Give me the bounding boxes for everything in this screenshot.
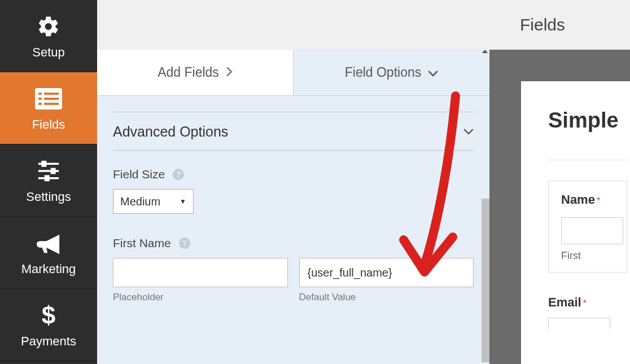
field-size-select[interactable]: Medium ▼ bbox=[113, 189, 194, 214]
right-header-title: Fields bbox=[520, 15, 565, 34]
sidebar-label: Setup bbox=[32, 45, 65, 60]
svg-rect-4 bbox=[44, 98, 59, 100]
svg-rect-10 bbox=[51, 168, 56, 174]
name-label: Name bbox=[561, 192, 595, 207]
list-icon bbox=[35, 85, 62, 113]
field-options-panel: Advanced Options Field Size ? Medium ▼ F… bbox=[97, 96, 489, 364]
svg-rect-12 bbox=[45, 175, 50, 181]
email-label: Email bbox=[548, 295, 581, 309]
scroll-up-icon[interactable] bbox=[482, 50, 488, 53]
sidebar-label: Marketing bbox=[21, 262, 76, 277]
tab-label: Add Fields bbox=[158, 65, 219, 80]
tabs: Add Fields Field Options bbox=[97, 50, 489, 96]
required-asterisk: * bbox=[583, 299, 587, 308]
required-asterisk: * bbox=[597, 196, 600, 205]
chevron-right-icon bbox=[226, 65, 233, 80]
advanced-options-title: Advanced Options bbox=[113, 124, 228, 140]
center-panel: Add Fields Field Options Advanced Option… bbox=[97, 0, 489, 364]
right-panel: Fields Simple Name* First Email* bbox=[489, 0, 630, 364]
tab-add-fields[interactable]: Add Fields bbox=[97, 50, 294, 95]
tab-label: Field Options bbox=[345, 65, 422, 80]
sliders-icon bbox=[36, 157, 61, 185]
field-size-label: Field Size bbox=[113, 168, 165, 181]
form-card: Simple Name* First Email* bbox=[521, 81, 630, 364]
help-icon[interactable]: ? bbox=[173, 169, 184, 180]
dollar-icon: $ bbox=[41, 301, 56, 330]
first-name-label: First Name bbox=[113, 236, 171, 250]
select-value: Medium bbox=[120, 195, 180, 208]
scrollbar-thumb[interactable] bbox=[482, 199, 489, 362]
sidebar-item-payments[interactable]: $ Payments bbox=[0, 289, 97, 361]
sidebar-item-setup[interactable]: Setup bbox=[0, 0, 97, 72]
svg-rect-6 bbox=[44, 103, 59, 105]
chevron-down-icon bbox=[463, 127, 474, 137]
sidebar: Setup Fields Settings Marketing $ Paymen… bbox=[0, 0, 97, 364]
right-header: Fields bbox=[489, 0, 630, 50]
form-title: Simple bbox=[548, 108, 630, 133]
svg-rect-2 bbox=[44, 93, 59, 95]
sidebar-label: Fields bbox=[32, 117, 65, 132]
placeholder-input[interactable] bbox=[113, 258, 288, 287]
svg-rect-5 bbox=[38, 103, 42, 105]
form-preview: Simple Name* First Email* bbox=[489, 50, 630, 364]
help-icon[interactable]: ? bbox=[179, 238, 190, 249]
form-field-name[interactable]: Name* First bbox=[548, 181, 627, 273]
sidebar-label: Payments bbox=[21, 334, 76, 349]
default-value-sublabel: Default Value bbox=[299, 292, 474, 303]
placeholder-sublabel: Placeholder bbox=[113, 292, 288, 303]
svg-rect-8 bbox=[41, 160, 46, 166]
first-sublabel: First bbox=[561, 250, 614, 262]
svg-text:$: $ bbox=[42, 303, 55, 328]
name-first-input[interactable] bbox=[561, 217, 623, 244]
svg-rect-3 bbox=[38, 98, 42, 100]
default-value-input[interactable] bbox=[299, 258, 474, 287]
advanced-options-toggle[interactable]: Advanced Options bbox=[113, 112, 474, 150]
svg-rect-1 bbox=[38, 93, 42, 95]
sidebar-item-fields[interactable]: Fields bbox=[0, 72, 97, 144]
gear-icon bbox=[37, 12, 60, 41]
tab-field-options[interactable]: Field Options bbox=[294, 50, 489, 95]
form-field-email[interactable]: Email* bbox=[548, 295, 627, 329]
email-input[interactable] bbox=[548, 318, 610, 329]
bullhorn-icon bbox=[36, 229, 62, 257]
chevron-down-icon bbox=[428, 65, 438, 80]
sidebar-label: Settings bbox=[26, 190, 71, 204]
sidebar-item-marketing[interactable]: Marketing bbox=[0, 217, 97, 289]
caret-down-icon: ▼ bbox=[180, 198, 186, 205]
sidebar-item-settings[interactable]: Settings bbox=[0, 144, 97, 217]
